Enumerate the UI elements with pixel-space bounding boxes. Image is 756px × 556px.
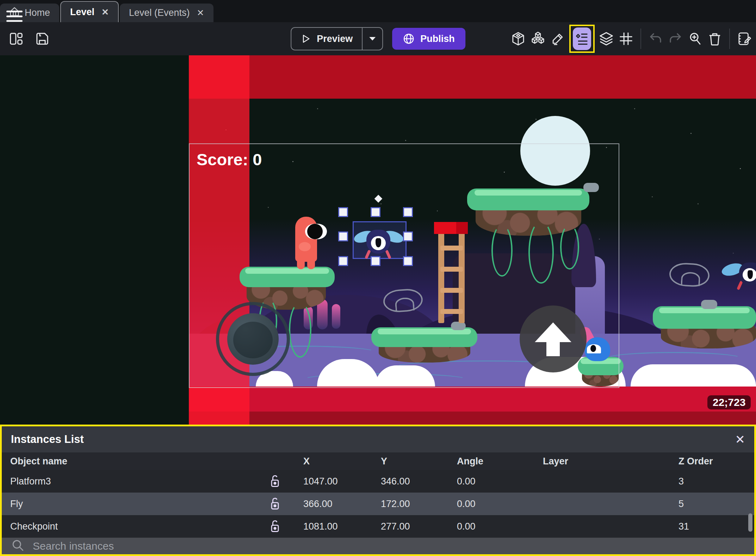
table-row[interactable]: Checkpoint 1081.00 277.00 0.00 31: [2, 515, 754, 538]
tab-label: Home: [25, 7, 50, 18]
cursor-position-badge: 22;723: [707, 395, 751, 409]
globe-icon: [403, 33, 415, 45]
red-zone-top: [189, 55, 756, 99]
tab-bar: Home Level ✕ Level (Events) ✕: [0, 0, 756, 22]
red-zone-bottom-dark: [189, 412, 756, 425]
tab-close-icon[interactable]: ✕: [195, 8, 204, 18]
main-menu-button[interactable]: [6, 11, 23, 22]
col-layer: Layer: [530, 456, 666, 467]
redo-icon[interactable]: [667, 30, 683, 47]
chevron-down-icon: [368, 36, 376, 41]
tab-label: Level (Events): [129, 7, 190, 18]
save-icon[interactable]: [34, 30, 51, 47]
tab-level[interactable]: Level ✕: [60, 1, 119, 22]
instances-list-icon[interactable]: [573, 27, 591, 50]
scene-properties-icon[interactable]: [736, 30, 752, 47]
preview-button-group: Preview: [291, 27, 383, 50]
zoom-in-icon[interactable]: [687, 30, 703, 47]
rock: [701, 300, 717, 309]
gdevelop-editor: Home Level ✕ Level (Events) ✕ Preview: [0, 0, 756, 556]
tab-close-icon[interactable]: ✕: [99, 7, 109, 17]
water-line: [606, 352, 742, 365]
instances-list-annotation: [569, 25, 595, 53]
play-icon: [300, 33, 311, 44]
delete-icon[interactable]: [707, 30, 723, 47]
scene-canvas[interactable]: Score: 0 22;723: [0, 55, 756, 425]
search-icon: [12, 539, 24, 553]
col-angle: Angle: [444, 456, 530, 467]
close-icon[interactable]: ✕: [735, 432, 745, 446]
instances-panel-header: Instances List ✕: [2, 426, 754, 452]
toggle-panels-icon[interactable]: [8, 30, 25, 47]
search-bar: [2, 538, 754, 554]
preview-button[interactable]: Preview: [291, 33, 362, 44]
instances-panel-title: Instances List: [11, 433, 84, 446]
score-text: Score: 0: [197, 150, 262, 169]
cloud: [631, 364, 756, 387]
lock-icon[interactable]: [259, 497, 291, 511]
starfield: [0, 55, 1, 56]
layers-icon[interactable]: [598, 30, 614, 47]
grid-icon[interactable]: [618, 30, 634, 47]
search-input[interactable]: [32, 540, 562, 552]
object-groups-icon[interactable]: [530, 30, 546, 47]
add-object-icon[interactable]: [510, 30, 526, 47]
col-y: Y: [368, 456, 444, 467]
col-object-name: Object name: [2, 456, 259, 467]
panel-scrollbar[interactable]: [748, 513, 752, 532]
instances-list-panel: Instances List ✕ Object name X Y Angle L…: [0, 425, 756, 556]
publish-button[interactable]: Publish: [392, 28, 465, 50]
edit-scene-icon[interactable]: [550, 30, 566, 47]
tab-level-events[interactable]: Level (Events) ✕: [120, 4, 213, 22]
instances-table-header: Object name X Y Angle Layer Z Order: [2, 452, 754, 470]
col-z-order: Z Order: [666, 456, 754, 467]
toolbar: Preview Publish: [0, 22, 756, 55]
lock-icon[interactable]: [259, 474, 291, 488]
table-row[interactable]: Platform3 1047.00 346.00 0.00 3: [2, 470, 754, 493]
col-x: X: [291, 456, 368, 467]
table-row-selected[interactable]: Fly 366.00 172.00 0.00 5: [2, 493, 754, 515]
lock-icon[interactable]: [259, 519, 291, 533]
preview-dropdown-button[interactable]: [362, 28, 382, 50]
tab-label: Level: [70, 7, 94, 18]
undo-icon[interactable]: [647, 30, 664, 47]
